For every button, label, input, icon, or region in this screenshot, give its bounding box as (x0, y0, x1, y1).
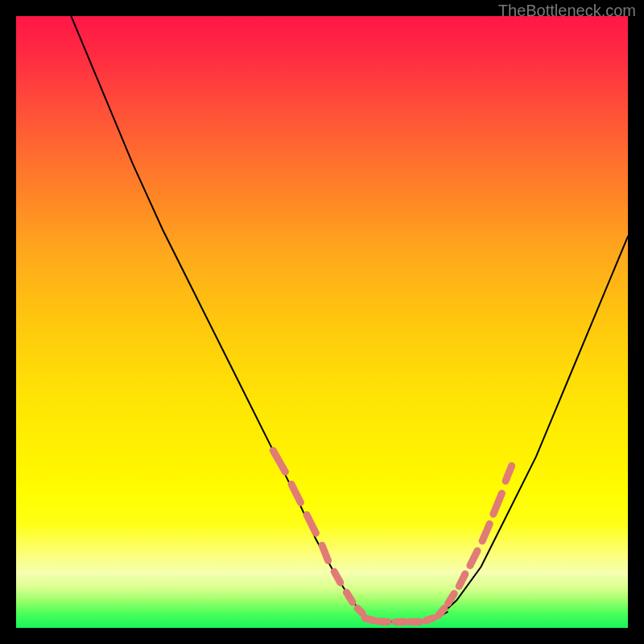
dash-segment (482, 524, 489, 541)
dash-segment (378, 621, 388, 622)
dash-segment (493, 493, 502, 514)
dash-segment (322, 545, 328, 560)
dash-segment (346, 592, 353, 602)
dash-segment (459, 574, 465, 586)
dash-segment (307, 514, 316, 533)
dash-segment (506, 466, 512, 481)
dash-segment (438, 609, 444, 616)
curve-segment (71, 16, 374, 621)
dash-segment (334, 572, 341, 583)
watermark-text: TheBottleneck.com (498, 2, 636, 20)
dash-segment (357, 609, 362, 613)
chart-container: TheBottleneck.com (0, 0, 644, 644)
dash-segment (365, 618, 374, 621)
dash-segment (273, 451, 285, 473)
dash-segment (470, 551, 477, 565)
dash-segment (448, 593, 455, 603)
dash-segment (291, 484, 300, 502)
plot-area (16, 16, 628, 628)
dash-segment (426, 618, 433, 621)
curve-layer (16, 16, 628, 628)
curve-segment (438, 237, 628, 617)
